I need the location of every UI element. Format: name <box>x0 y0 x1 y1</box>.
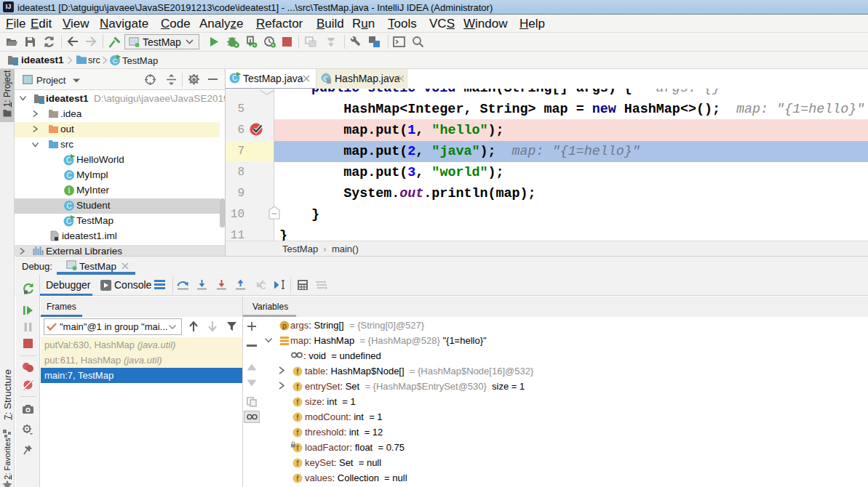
svg-text:p: p <box>282 321 287 330</box>
svg-text:I: I <box>68 187 71 195</box>
svg-text:f: f <box>297 428 299 437</box>
svg-text:f: f <box>297 382 299 391</box>
svg-text:f: f <box>297 474 299 483</box>
svg-text:C: C <box>66 202 71 210</box>
svg-text:f: f <box>297 443 299 452</box>
svg-text:C: C <box>66 172 71 180</box>
svg-text:f: f <box>297 459 299 467</box>
svg-text:f: f <box>297 367 299 376</box>
svg-text:f: f <box>297 398 299 406</box>
svg-text:f: f <box>297 413 299 422</box>
